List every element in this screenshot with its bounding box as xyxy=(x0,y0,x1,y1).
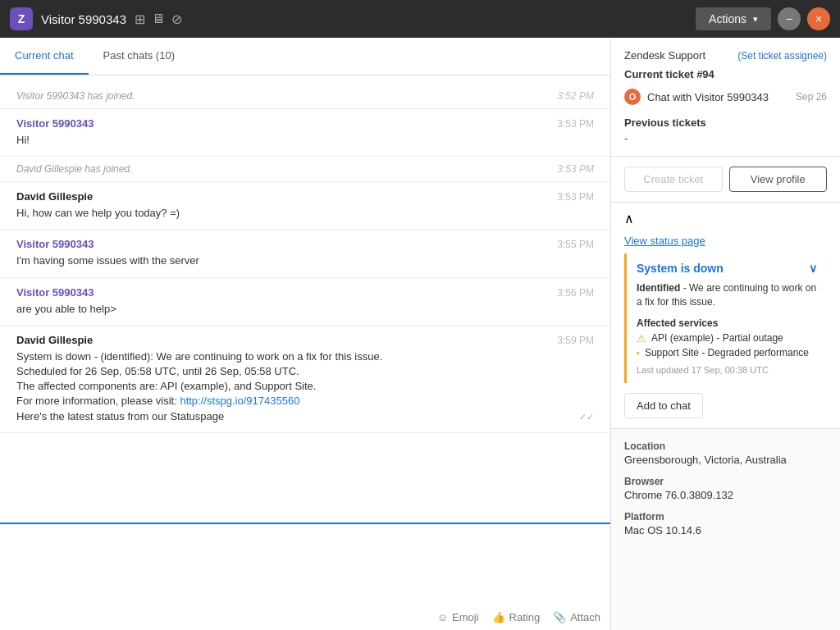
attach-button[interactable]: 📎 Attach xyxy=(553,611,600,623)
affected-item: ▪ Support Site - Degraded performance xyxy=(637,347,817,358)
app-icon: Z xyxy=(10,7,33,30)
previous-tickets-value: - xyxy=(624,132,827,144)
degraded-icon: ▪ xyxy=(637,348,640,358)
input-area: ☺ Emoji 👍 Rating 📎 Attach xyxy=(0,523,610,630)
topbar: Z Visitor 5990343 ⊞ 🖥 ⊘ Actions ▾ − × xyxy=(0,0,840,38)
status-body: Identified - We are continuing to work o… xyxy=(637,281,817,309)
attach-icon: 📎 xyxy=(553,611,566,623)
add-to-chat-button[interactable]: Add to chat xyxy=(624,393,703,418)
tab-current-chat[interactable]: Current chat xyxy=(0,38,89,75)
platform-value: Mac OS 10.14.6 xyxy=(624,524,827,536)
messages-list: Visitor 5990343 has joined. 3:52 PM Visi… xyxy=(0,75,610,523)
rating-label: Rating xyxy=(509,611,541,623)
affected-item-text: Support Site - Degraded performance xyxy=(645,347,809,358)
agent-name: David Gillespie xyxy=(16,190,93,203)
list-item: David Gillespie 3:59 PM System is down -… xyxy=(0,326,610,433)
topbar-left: Z Visitor 5990343 ⊞ 🖥 ⊘ xyxy=(10,7,182,30)
set-assignee-link[interactable]: (Set ticket assignee) xyxy=(737,50,827,62)
platform-label: Platform xyxy=(624,511,827,523)
minimize-button[interactable]: − xyxy=(778,7,801,30)
message-time: 3:53 PM xyxy=(557,118,594,130)
browser-label: Browser xyxy=(624,476,827,487)
message-body: Hi! xyxy=(16,133,594,148)
visitor-name: Visitor 5990343 xyxy=(16,238,94,250)
location-group: Location Greensborough, Victoria, Austra… xyxy=(624,441,827,466)
affected-item: ⚠ API (example) - Partial outage xyxy=(637,332,817,345)
status-collapse-button[interactable]: ∧ xyxy=(611,203,840,235)
message-time: 3:59 PM xyxy=(557,335,594,346)
message-body: Hi, how can we help you today? =) xyxy=(16,206,594,221)
status-link[interactable]: http://stspg.io/917435560 xyxy=(180,395,299,407)
rating-button[interactable]: 👍 Rating xyxy=(492,611,541,623)
message-time: 3:53 PM xyxy=(557,191,594,203)
visitor-name: Visitor 5990343 xyxy=(16,117,94,130)
emoji-button[interactable]: ☺ Emoji xyxy=(437,611,479,623)
emoji-icon: ☺ xyxy=(437,611,448,623)
browser-group: Browser Chrome 76.0.3809.132 xyxy=(624,476,827,501)
emoji-label: Emoji xyxy=(452,611,479,623)
main-container: Current chat Past chats (10) Visitor 599… xyxy=(0,38,840,630)
view-status-link[interactable]: View status page xyxy=(611,235,840,253)
message-body: I'm having some issues with the server xyxy=(16,253,594,268)
grid-icon[interactable]: ⊞ xyxy=(135,11,145,27)
system-message-text: David Gillespie has joined. xyxy=(16,163,132,175)
chat-area: Current chat Past chats (10) Visitor 599… xyxy=(0,38,610,630)
status-expand-icon[interactable]: ∨ xyxy=(809,262,817,275)
assignee-name: Zendesk Support xyxy=(624,49,705,62)
status-card: System is down ∨ Identified - We are con… xyxy=(624,253,827,383)
sidebar-assignee: Zendesk Support (Set ticket assignee) xyxy=(624,49,827,62)
message-time: 3:53 PM xyxy=(557,163,594,175)
sidebar-actions: Create ticket View profile xyxy=(611,157,840,203)
sidebar: Zendesk Support (Set ticket assignee) Cu… xyxy=(610,38,840,630)
agent-name: David Gillespie xyxy=(16,334,93,346)
message-header: Visitor 5990343 3:53 PM xyxy=(16,117,594,130)
list-item: Visitor 5990343 3:56 PM are you able to … xyxy=(0,278,610,326)
status-title-text: System is down xyxy=(637,262,724,275)
system-message: Visitor 5990343 has joined. 3:52 PM xyxy=(0,84,610,109)
browser-value: Chrome 76.0.3809.132 xyxy=(624,489,827,501)
block-icon[interactable]: ⊘ xyxy=(171,11,182,27)
chevron-down-icon: ▾ xyxy=(753,14,758,25)
tabs: Current chat Past chats (10) xyxy=(0,38,610,75)
status-section: ∧ View status page System is down ∨ Iden… xyxy=(611,203,840,429)
attach-label: Attach xyxy=(570,611,600,623)
message-header: Visitor 5990343 3:55 PM xyxy=(16,238,594,250)
collapse-icon: ∧ xyxy=(624,211,634,226)
message-time: 3:52 PM xyxy=(557,90,594,102)
message-input[interactable] xyxy=(10,531,600,605)
affected-services-label: Affected services xyxy=(637,317,817,329)
monitor-icon[interactable]: 🖥 xyxy=(152,11,165,26)
actions-button[interactable]: Actions ▾ xyxy=(696,7,771,30)
rating-icon: 👍 xyxy=(492,611,505,623)
visitor-name: Visitor 5990343 xyxy=(16,286,94,299)
warning-icon: ⚠ xyxy=(637,332,646,345)
read-ticks: ✓✓ xyxy=(579,411,594,423)
sidebar-assignee-section: Zendesk Support (Set ticket assignee) Cu… xyxy=(611,38,840,157)
list-item: Visitor 5990343 3:55 PM I'm having some … xyxy=(0,230,610,277)
message-header: David Gillespie 3:53 PM xyxy=(16,190,594,203)
message-header: David Gillespie 3:59 PM xyxy=(16,334,594,346)
message-body: System is down - (identified): We are co… xyxy=(16,349,594,424)
view-profile-button[interactable]: View profile xyxy=(729,167,828,192)
status-card-title: System is down ∨ xyxy=(637,262,817,275)
topbar-right: Actions ▾ − × xyxy=(696,7,830,30)
list-item: David Gillespie 3:53 PM Hi, how can we h… xyxy=(0,182,610,230)
input-toolbar: ☺ Emoji 👍 Rating 📎 Attach xyxy=(10,608,600,623)
location-label: Location xyxy=(624,441,827,452)
window-title: Visitor 5990343 xyxy=(41,12,126,26)
current-ticket-item: O Chat with Visitor 5990343 Sep 26 xyxy=(624,85,827,108)
message-time: 3:56 PM xyxy=(557,287,594,299)
visitor-info-section: Location Greensborough, Victoria, Austra… xyxy=(611,429,840,558)
message-time: 3:55 PM xyxy=(557,239,594,250)
last-updated: Last updated 17 Sep, 00:38 UTC xyxy=(637,365,817,375)
actions-label: Actions xyxy=(709,12,746,25)
close-button[interactable]: × xyxy=(807,7,830,30)
topbar-icons: ⊞ 🖥 ⊘ xyxy=(135,11,182,27)
platform-group: Platform Mac OS 10.14.6 xyxy=(624,511,827,536)
create-ticket-button[interactable]: Create ticket xyxy=(624,167,723,192)
affected-item-text: API (example) - Partial outage xyxy=(651,332,783,344)
message-body: are you able to help> xyxy=(16,302,594,317)
tab-past-chats[interactable]: Past chats (10) xyxy=(89,38,189,75)
current-ticket-header: Current ticket #94 xyxy=(624,68,827,80)
previous-tickets-label: Previous tickets xyxy=(624,116,827,129)
